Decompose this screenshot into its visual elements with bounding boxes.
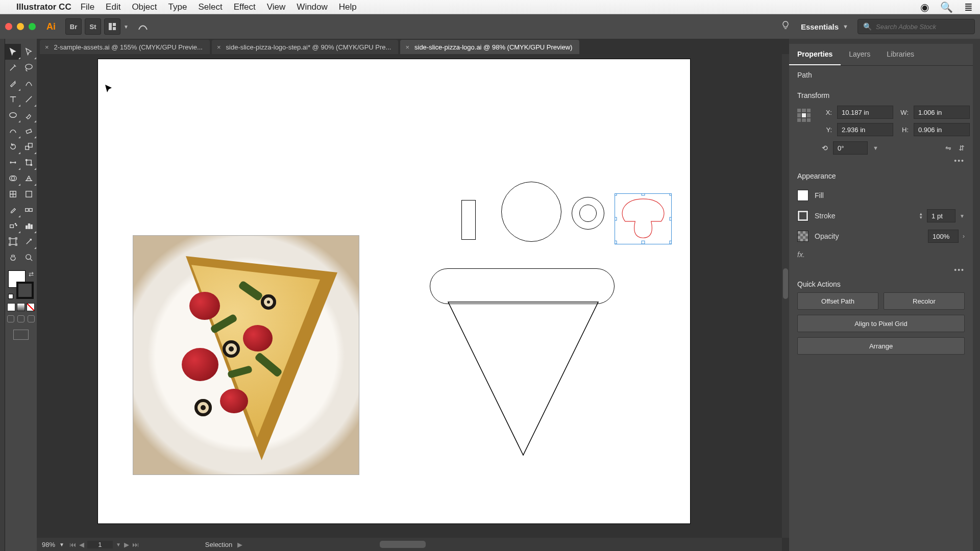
menu-select[interactable]: Select (198, 2, 222, 12)
stroke-stepper[interactable]: ▲▼ (919, 212, 923, 219)
menu-effect[interactable]: Effect (234, 2, 256, 12)
artboard-number[interactable] (87, 541, 113, 548)
color-mode-solid[interactable] (7, 303, 15, 311)
stroke-chip[interactable] (16, 282, 34, 299)
direct-selection-tool[interactable] (21, 44, 37, 60)
vertical-scrollbar[interactable] (782, 54, 789, 538)
close-tab-icon[interactable]: × (405, 43, 409, 51)
zoom-control[interactable]: 98% ▼ (42, 541, 64, 548)
collapsed-panel-left[interactable] (0, 39, 5, 551)
tab-properties[interactable]: Properties (789, 44, 841, 65)
rectangle-path[interactable] (461, 200, 476, 240)
slice-tool[interactable] (21, 234, 37, 249)
collapsed-panel-right[interactable] (973, 39, 980, 551)
compound-circle-path[interactable] (572, 197, 604, 230)
arrange-button[interactable]: Arrange (797, 337, 965, 355)
fill-swatch[interactable] (797, 190, 808, 201)
opacity-swatch[interactable] (797, 231, 808, 242)
gpu-preview-icon[interactable] (135, 18, 151, 35)
line-tool[interactable] (21, 91, 37, 107)
workspace-switcher[interactable]: Essentials ▼ (801, 22, 848, 31)
swap-fill-stroke-icon[interactable]: ⇄ (29, 270, 34, 278)
draw-normal[interactable] (7, 315, 14, 322)
x-input[interactable]: 10.187 in (837, 106, 893, 119)
w-input[interactable]: 1.006 in (914, 106, 970, 119)
menu-file[interactable]: File (81, 2, 94, 12)
stroke-weight-input[interactable]: 1 pt (927, 209, 955, 222)
zoom-tool[interactable] (21, 249, 37, 265)
hand-tool[interactable] (5, 249, 21, 265)
menu-view[interactable]: View (267, 2, 286, 12)
more-options-icon[interactable]: ••• (789, 157, 973, 165)
free-transform-tool[interactable] (21, 155, 37, 170)
status-menu-icon[interactable]: ▶ (237, 541, 242, 548)
stroke-swatch[interactable] (797, 210, 808, 221)
lasso-tool[interactable] (21, 60, 37, 76)
doc-tab[interactable]: × side-slice-pizza-logo-step.ai* @ 90% (… (212, 40, 398, 54)
menu-help[interactable]: Help (339, 2, 357, 12)
gradient-tool[interactable] (21, 186, 37, 202)
window-maximize[interactable] (29, 23, 36, 30)
menu-edit[interactable]: Edit (106, 2, 120, 12)
flip-vertical-icon[interactable]: ⇵ (959, 144, 965, 152)
flip-horizontal-icon[interactable]: ⇋ (945, 144, 951, 152)
tab-layers[interactable]: Layers (841, 44, 878, 65)
rotate-tool[interactable] (5, 139, 21, 155)
column-graph-tool[interactable] (21, 218, 37, 234)
window-minimize[interactable] (17, 23, 24, 30)
close-tab-icon[interactable]: × (217, 43, 221, 51)
stock-button[interactable]: St (85, 18, 101, 35)
menu-list-icon[interactable]: ≣ (964, 1, 973, 13)
search-stock[interactable]: 🔍 (857, 19, 975, 34)
tab-libraries[interactable]: Libraries (878, 44, 922, 65)
eraser-tool[interactable] (21, 123, 37, 139)
chevron-right-icon[interactable]: › (963, 233, 965, 240)
opacity-input[interactable]: 100% (928, 230, 959, 243)
circle-path[interactable] (501, 182, 561, 242)
selection-tool[interactable] (5, 44, 21, 60)
shaper-tool[interactable] (5, 123, 21, 139)
width-tool[interactable] (5, 155, 21, 170)
app-name[interactable]: Illustrator CC (16, 2, 71, 12)
shape-builder-tool[interactable] (5, 170, 21, 186)
eyedropper-tool[interactable] (5, 202, 21, 218)
artboard[interactable] (98, 59, 690, 523)
canvas[interactable]: 98% ▼ ⏮ ◀ ▼ ▶ ⏭ Selection ▶ (37, 54, 789, 551)
recolor-button[interactable]: Recolor (884, 292, 965, 310)
spotlight-icon[interactable]: 🔍 (940, 1, 953, 13)
menu-window[interactable]: Window (297, 2, 327, 12)
artboard-nav[interactable]: ⏮ ◀ ▼ ▶ ⏭ (69, 541, 139, 548)
discover-tips-icon[interactable] (780, 20, 791, 33)
artboard-tool[interactable] (5, 234, 21, 249)
chevron-down-icon[interactable]: ▼ (873, 145, 878, 151)
offset-path-button[interactable]: Offset Path (797, 292, 878, 310)
blend-tool[interactable] (21, 202, 37, 218)
h-input[interactable]: 0.906 in (914, 123, 970, 136)
prev-icon[interactable]: ◀ (79, 541, 84, 548)
selected-path[interactable] (615, 193, 672, 244)
horizontal-scrollbar[interactable]: 98% ▼ ⏮ ◀ ▼ ▶ ⏭ Selection ▶ (37, 538, 782, 551)
doc-tab[interactable]: × 2-sample-assets.ai @ 155% (CMYK/GPU Pr… (40, 40, 210, 54)
rotate-input[interactable]: 0° (833, 141, 868, 155)
placed-image[interactable] (133, 235, 359, 475)
y-input[interactable]: 2.936 in (837, 123, 893, 136)
arrange-documents-button[interactable]: ▼ (104, 18, 132, 35)
scale-tool[interactable] (21, 139, 37, 155)
mesh-tool[interactable] (5, 186, 21, 202)
doc-tab[interactable]: × side-slice-pizza-logo.ai @ 98% (CMYK/G… (400, 40, 579, 54)
bridge-button[interactable]: Br (65, 18, 82, 35)
draw-behind[interactable] (17, 315, 24, 322)
symbol-sprayer-tool[interactable] (5, 218, 21, 234)
first-icon[interactable]: ⏮ (69, 541, 76, 548)
color-mode-gradient[interactable] (17, 303, 25, 311)
screen-mode-button[interactable] (13, 330, 29, 340)
creative-cloud-icon[interactable]: ◉ (920, 1, 929, 13)
last-icon[interactable]: ⏭ (132, 541, 139, 548)
pen-tool[interactable] (5, 76, 21, 91)
ellipse-tool[interactable] (5, 107, 21, 123)
default-fill-stroke-icon[interactable] (8, 294, 13, 299)
reference-point-grid[interactable] (797, 109, 811, 122)
fx-button[interactable]: fx. (789, 248, 973, 266)
color-mode-none[interactable] (27, 303, 35, 311)
menu-object[interactable]: Object (132, 2, 157, 12)
